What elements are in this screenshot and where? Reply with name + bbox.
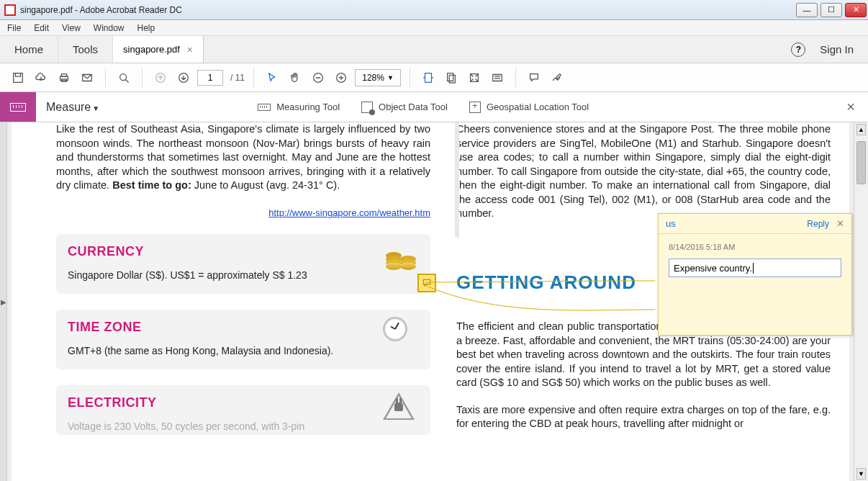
svg-rect-15 xyxy=(493,74,502,81)
document-tab[interactable]: singapore.pdf × xyxy=(113,36,204,63)
scroll-thumb[interactable] xyxy=(856,141,866,184)
object-data-icon xyxy=(361,102,373,113)
comment-header: us Reply ✕ xyxy=(659,214,851,234)
currency-text: Singapore Dollar (S$). US$1 = approximat… xyxy=(68,269,419,281)
comment-popup[interactable]: us Reply ✕ 8/14/2016 5:18 AM Expensive c… xyxy=(658,213,852,336)
comment-text-input[interactable]: Expensive country. xyxy=(669,259,841,277)
app-tabs: Home Tools singapore.pdf × ? Sign In xyxy=(0,36,868,63)
document-tab-label: singapore.pdf xyxy=(123,44,180,55)
search-icon[interactable] xyxy=(114,68,133,87)
zoom-dropdown[interactable]: 128%▼ xyxy=(355,69,401,86)
svg-rect-12 xyxy=(448,73,453,81)
window-title: singapore.pdf - Adobe Acrobat Reader DC xyxy=(20,5,182,15)
main-toolbar: / 11 128%▼ xyxy=(0,63,868,92)
menu-help[interactable]: Help xyxy=(137,23,155,33)
svg-rect-3 xyxy=(61,73,66,76)
measure-dropdown[interactable]: Measure▼ xyxy=(46,101,99,114)
svg-rect-1 xyxy=(15,73,20,76)
cloud-icon[interactable] xyxy=(32,68,50,87)
measure-close-icon[interactable]: × xyxy=(846,99,855,115)
comment-author: us xyxy=(666,218,676,229)
save-icon[interactable] xyxy=(9,68,27,87)
electricity-card: ELECTRICITY Voltage is 230 Volts, 50 cyc… xyxy=(56,385,430,435)
page-number-input[interactable] xyxy=(197,70,223,86)
svg-point-6 xyxy=(120,73,127,80)
menu-window[interactable]: Window xyxy=(94,23,125,33)
sticky-note-icon[interactable] xyxy=(417,274,436,292)
vertical-scrollbar[interactable]: ▲ ▼ xyxy=(854,122,868,481)
currency-card: CURRENCY Singapore Dollar (S$). US$1 = a… xyxy=(56,234,430,294)
comment-date: 8/14/2016 5:18 AM xyxy=(659,234,851,259)
zoom-value: 128% xyxy=(362,73,384,83)
close-button[interactable]: ✕ xyxy=(845,3,867,17)
timezone-card: TIME ZONE GMT+8 (the same as Hong Kong, … xyxy=(56,310,430,369)
signin-button[interactable]: Sign In xyxy=(820,43,854,55)
fullscreen-icon[interactable] xyxy=(465,68,484,87)
phones-paragraph: Cheers convenience stores and at the Sin… xyxy=(456,122,831,221)
email-icon[interactable] xyxy=(78,68,96,87)
hand-tool-icon[interactable] xyxy=(286,68,304,87)
timezone-heading: TIME ZONE xyxy=(68,320,419,335)
tab-close-icon[interactable]: × xyxy=(187,44,193,55)
menu-bar: File Edit View Window Help xyxy=(0,20,868,36)
page-col-left: Like the rest of Southeast Asia, Singapo… xyxy=(56,122,430,481)
geospatial-icon xyxy=(469,102,481,113)
climate-paragraph: Like the rest of Southeast Asia, Singapo… xyxy=(56,122,430,193)
window-controls: — ☐ ✕ xyxy=(795,3,868,17)
next-page-icon[interactable] xyxy=(174,68,193,87)
coins-icon xyxy=(383,241,419,273)
home-button[interactable]: Home xyxy=(0,36,58,63)
tools-button[interactable]: Tools xyxy=(58,36,113,63)
measure-tab-icon[interactable] xyxy=(0,92,36,122)
object-data-tool-button[interactable]: Object Data Tool xyxy=(361,102,448,113)
comment-reply-link[interactable]: Reply xyxy=(807,219,829,229)
title-bar: singapore.pdf - Adobe Acrobat Reader DC … xyxy=(0,0,868,20)
comment-close-icon[interactable]: ✕ xyxy=(836,218,844,229)
prev-page-icon[interactable] xyxy=(151,68,170,87)
timezone-text: GMT+8 (the same as Hong Kong, Malaysia a… xyxy=(68,345,419,356)
svg-rect-0 xyxy=(14,73,23,82)
print-icon[interactable] xyxy=(55,68,73,87)
svg-rect-11 xyxy=(425,73,432,82)
electricity-heading: ELECTRICITY xyxy=(68,395,419,410)
zoom-out-icon[interactable] xyxy=(309,68,327,87)
fit-page-icon[interactable] xyxy=(442,68,461,87)
menu-file[interactable]: File xyxy=(7,23,21,33)
read-mode-icon[interactable] xyxy=(488,68,507,87)
selection-tool-icon[interactable] xyxy=(263,68,281,87)
measuring-tool-button[interactable]: Measuring Tool xyxy=(258,102,340,112)
app-icon xyxy=(4,4,16,16)
zoom-in-icon[interactable] xyxy=(332,68,351,87)
scroll-up-icon[interactable]: ▲ xyxy=(856,124,866,135)
page-total-label: / 11 xyxy=(230,73,245,83)
sign-icon[interactable] xyxy=(548,68,566,87)
geospatial-tool-button[interactable]: Geospatial Location Tool xyxy=(469,102,589,113)
electricity-icon xyxy=(383,392,419,424)
electricity-text: Voltage is 230 Volts, 50 cycles per seco… xyxy=(68,421,419,432)
help-icon[interactable]: ? xyxy=(791,42,805,57)
fit-width-icon[interactable] xyxy=(419,68,438,87)
comment-icon[interactable] xyxy=(525,68,543,87)
ruler-icon xyxy=(258,104,271,111)
maximize-button[interactable]: ☐ xyxy=(820,3,842,17)
measure-bar: Measure▼ Measuring Tool Object Data Tool… xyxy=(0,92,868,122)
svg-rect-13 xyxy=(449,75,455,83)
clock-icon xyxy=(383,317,419,349)
menu-view[interactable]: View xyxy=(62,23,81,33)
weather-link[interactable]: http://www-singapore.com/weather.htm xyxy=(268,207,430,218)
menu-edit[interactable]: Edit xyxy=(34,23,49,33)
transport-paragraph-2: Taxis are more expensive and often requi… xyxy=(456,403,831,431)
scroll-down-icon[interactable]: ▼ xyxy=(856,468,866,480)
minimize-button[interactable]: — xyxy=(796,3,818,17)
currency-heading: CURRENCY xyxy=(68,244,419,259)
